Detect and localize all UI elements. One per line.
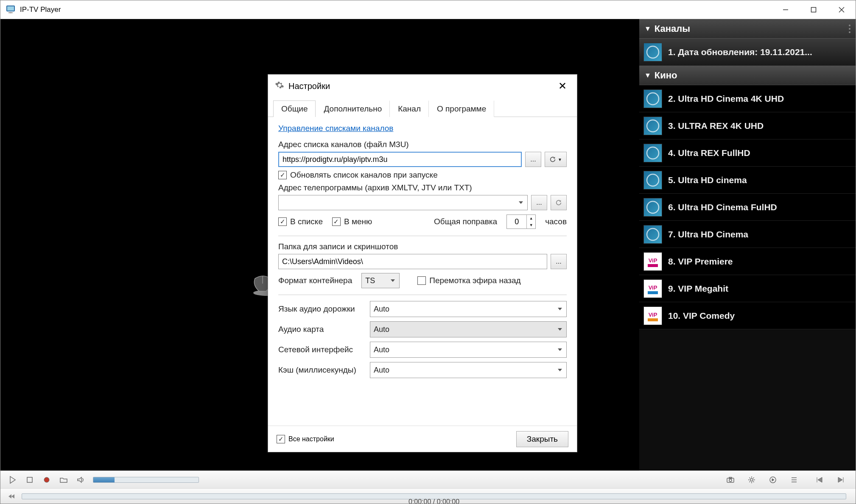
m3u-input[interactable] (278, 152, 522, 167)
in-menu-checkbox[interactable]: ✓ (332, 217, 341, 226)
offset-spinner[interactable]: ▲▼ (506, 214, 536, 229)
tab-general[interactable]: Общие (273, 100, 316, 117)
gear-icon (275, 81, 284, 92)
svg-text:ViP: ViP (649, 257, 657, 264)
svg-point-12 (647, 147, 659, 159)
channel-sidebar: ▼ Каналы 1. Дата обновления: 19.11.2021.… (639, 19, 856, 471)
list-item[interactable]: 6. Ultra HD Cinema FulHD (639, 194, 856, 221)
screenshot-button[interactable] (723, 474, 738, 486)
rewind-checkbox[interactable] (417, 276, 426, 285)
channel-thumb-icon (643, 225, 662, 244)
update-on-start-checkbox[interactable]: ✓ (278, 171, 287, 179)
control-bar (0, 471, 856, 488)
refresh-m3u-button[interactable]: ▼ (545, 152, 567, 167)
net-if-label: Сетевой интерфейс (278, 345, 363, 354)
play-button[interactable] (6, 474, 20, 486)
titlebar: IP-TV Player (0, 0, 856, 19)
chevron-down-icon: ▼ (644, 72, 651, 79)
manage-lists-link[interactable]: Управление списками каналов (278, 124, 393, 133)
vip-thumb-icon: ViP (643, 306, 662, 325)
stop-button[interactable] (22, 474, 37, 486)
volume-slider[interactable] (93, 477, 199, 483)
in-list-checkbox[interactable]: ✓ (278, 217, 287, 226)
svg-point-15 (647, 228, 659, 240)
minimize-button[interactable] (772, 0, 800, 19)
svg-point-2 (8, 12, 13, 13)
list-item[interactable]: ViP10. VIP Comedy (639, 302, 856, 329)
svg-point-10 (647, 93, 659, 105)
schedule-button[interactable] (766, 474, 780, 486)
tab-about[interactable]: О программе (429, 100, 494, 117)
browse-epg-button[interactable]: ... (531, 195, 547, 210)
open-button[interactable] (56, 474, 71, 486)
refresh-epg-button[interactable] (551, 195, 567, 210)
svg-rect-21 (648, 291, 658, 294)
sidebar-group[interactable]: ▼ Кино (639, 66, 856, 85)
prev-track-button[interactable] (812, 474, 827, 486)
rec-folder-input[interactable] (278, 254, 547, 269)
list-item[interactable]: 3. ULTRA REX 4K UHD (639, 112, 856, 139)
close-dialog-button[interactable]: Закрыть (516, 431, 568, 447)
settings-button[interactable] (744, 474, 759, 486)
tab-channel[interactable]: Канал (390, 100, 429, 117)
svg-text:ViP: ViP (649, 284, 657, 291)
tab-advanced[interactable]: Дополнительно (316, 100, 390, 117)
container-select[interactable]: TS (361, 273, 400, 288)
list-item[interactable]: 4. Ultra REX FullHD (639, 139, 856, 167)
svg-rect-1 (7, 6, 14, 11)
dialog-close-button[interactable]: ✕ (555, 78, 570, 94)
offset-label: Общая поправка (434, 217, 497, 226)
channel-thumb-icon (643, 117, 662, 135)
record-button[interactable] (39, 474, 54, 486)
cache-select[interactable]: Auto (370, 362, 567, 378)
menu-dots-icon[interactable] (849, 25, 850, 33)
audio-card-select[interactable]: Auto (370, 321, 567, 337)
browse-folder-button[interactable]: ... (551, 254, 567, 269)
channel-thumb-icon (643, 198, 662, 217)
close-button[interactable] (828, 0, 856, 19)
list-item[interactable]: 2. Ultra HD Cinema 4K UHD (639, 85, 856, 112)
epg-combobox[interactable] (278, 195, 528, 210)
list-item[interactable]: 5. Ultra HD cinema (639, 167, 856, 194)
app-icon (6, 4, 16, 16)
audio-lang-select[interactable]: Auto (370, 301, 567, 317)
svg-point-28 (729, 479, 732, 482)
seek-bar: 0:00:00 / 0:00:00 (0, 488, 856, 504)
channel-thumb-icon (643, 43, 662, 61)
cache-label: Кэш (миллисекунды) (278, 365, 363, 375)
svg-rect-24 (648, 318, 658, 321)
svg-point-30 (750, 479, 753, 481)
svg-rect-4 (811, 7, 816, 12)
svg-point-26 (44, 477, 49, 482)
net-if-select[interactable]: Auto (370, 342, 567, 358)
browse-m3u-button[interactable]: ... (525, 152, 541, 167)
channel-thumb-icon (643, 89, 662, 108)
maximize-button[interactable] (800, 0, 828, 19)
dialog-title: Настройки (288, 81, 330, 91)
playlist-button[interactable] (787, 474, 801, 486)
svg-text:ViP: ViP (649, 312, 657, 318)
vip-thumb-icon: ViP (643, 279, 662, 298)
audio-card-label: Аудио карта (278, 325, 363, 334)
offset-unit: часов (545, 217, 567, 226)
list-item[interactable]: 7. Ultra HD Cinema (639, 221, 856, 248)
svg-point-9 (647, 46, 659, 58)
list-item[interactable]: ViP9. VIP Megahit (639, 275, 856, 302)
settings-dialog: Настройки ✕ Общие Дополнительно Канал О … (268, 74, 577, 452)
sidebar-header[interactable]: ▼ Каналы (639, 19, 856, 39)
rec-folder-label: Папка для записи и скриншотов (278, 242, 567, 251)
volume-icon[interactable] (73, 474, 88, 486)
time-display: 0:00:00 / 0:00:00 (408, 498, 459, 504)
channel-thumb-icon (643, 171, 662, 189)
svg-rect-18 (648, 264, 658, 267)
list-item[interactable]: ViP8. VIP Premiere (639, 248, 856, 275)
svg-point-13 (647, 174, 659, 186)
next-track-button[interactable] (834, 474, 848, 486)
video-area[interactable]: Настройки ✕ Общие Дополнительно Канал О … (0, 19, 639, 471)
all-settings-checkbox[interactable]: ✓ (277, 435, 285, 443)
tabs: Общие Дополнительно Канал О программе (268, 97, 577, 117)
seek-back-button[interactable] (6, 492, 17, 501)
m3u-label: Адрес списка каналов (файл M3U) (278, 140, 567, 149)
list-item[interactable]: 1. Дата обновления: 19.11.2021... (639, 39, 856, 66)
app-title: IP-TV Player (20, 6, 61, 14)
